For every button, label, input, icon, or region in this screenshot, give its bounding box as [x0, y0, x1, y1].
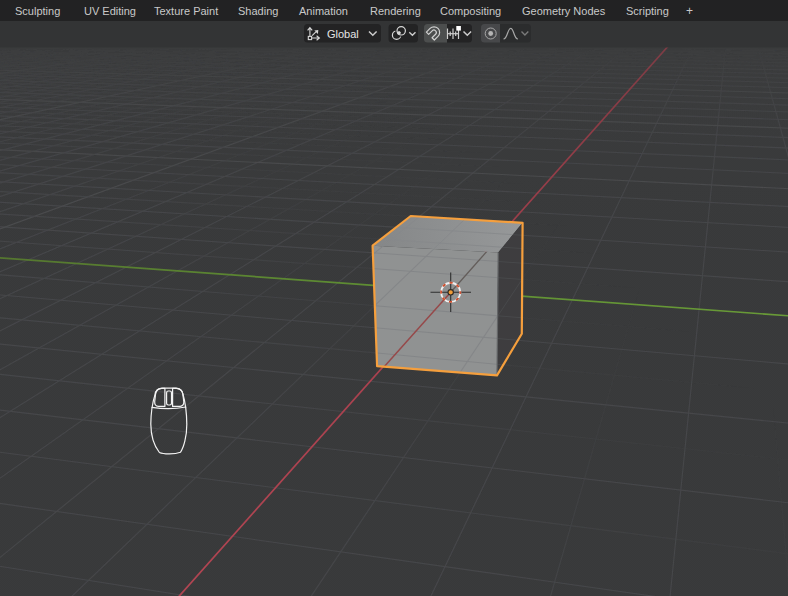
svg-text:Sculpting: Sculpting: [15, 5, 60, 17]
svg-text:UV Editing: UV Editing: [84, 5, 136, 17]
svg-text:Geometry Nodes: Geometry Nodes: [522, 5, 606, 17]
svg-text:+: +: [686, 4, 693, 18]
svg-text:Scripting: Scripting: [626, 5, 669, 17]
svg-text:Animation: Animation: [299, 5, 348, 17]
svg-text:Global: Global: [327, 28, 359, 40]
svg-text:Shading: Shading: [238, 5, 278, 17]
svg-text:Compositing: Compositing: [440, 5, 501, 17]
svg-text:Rendering: Rendering: [370, 5, 421, 17]
svg-text:Texture Paint: Texture Paint: [154, 5, 218, 17]
